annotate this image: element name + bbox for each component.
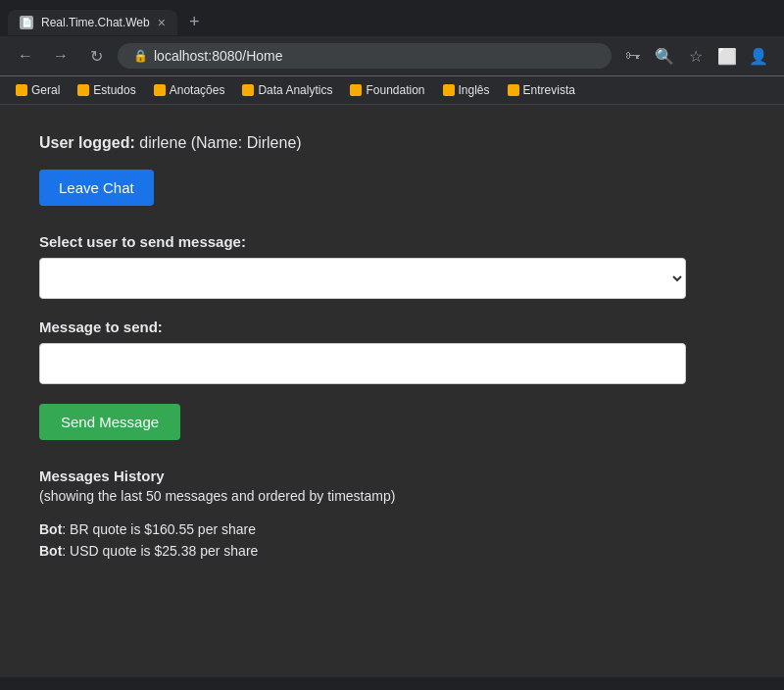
bookmark-label: Anotações <box>170 83 225 97</box>
send-message-button[interactable]: Send Message <box>39 404 180 440</box>
bookmark-folder-icon <box>443 84 455 96</box>
message-colon-1: : <box>62 521 70 537</box>
bookmark-label: Foundation <box>366 83 424 97</box>
bookmark-folder-icon <box>350 84 362 96</box>
tab-bar: 📄 Real.Time.Chat.Web × + <box>0 0 784 36</box>
refresh-button[interactable]: ↻ <box>82 42 110 70</box>
message-input[interactable] <box>39 343 686 384</box>
lock-icon: 🔒 <box>133 49 148 63</box>
leave-chat-button[interactable]: Leave Chat <box>39 170 154 206</box>
message-colon-2: : <box>62 543 70 559</box>
active-tab[interactable]: 📄 Real.Time.Chat.Web × <box>8 10 177 35</box>
bookmark-folder-icon <box>154 84 166 96</box>
bookmark-foundation[interactable]: Foundation <box>342 80 432 100</box>
star-icon[interactable]: ☆ <box>682 42 710 70</box>
bookmark-ingles[interactable]: Inglês <box>435 80 498 100</box>
bookmark-anotacoes[interactable]: Anotações <box>146 80 233 100</box>
bookmark-entrevista[interactable]: Entrevista <box>500 80 583 100</box>
bookmark-folder-icon <box>16 84 27 96</box>
user-logged-label: User logged: <box>39 134 135 151</box>
select-user-dropdown[interactable] <box>39 258 686 299</box>
key-icon[interactable]: 🗝 <box>619 42 647 70</box>
browser-chrome: 📄 Real.Time.Chat.Web × + ← → ↻ 🔒 🗝 🔍 ☆ ⬜… <box>0 0 784 105</box>
tab-overview-icon[interactable]: ⬜ <box>713 42 741 70</box>
new-tab-button[interactable]: + <box>181 8 208 36</box>
search-icon[interactable]: 🔍 <box>651 42 678 70</box>
bookmark-label: Entrevista <box>523 83 575 97</box>
bookmark-folder-icon <box>508 84 519 96</box>
forward-button[interactable]: → <box>47 42 74 70</box>
bookmark-data-analytics[interactable]: Data Analytics <box>234 80 340 100</box>
tab-favicon: 📄 <box>20 16 33 29</box>
bookmark-label: Inglês <box>459 83 490 97</box>
user-logged-value: dirlene (Name: Dirlene) <box>139 134 301 151</box>
address-bar: ← → ↻ 🔒 🗝 🔍 ☆ ⬜ 👤 <box>0 36 784 76</box>
page-content: User logged: dirlene (Name: Dirlene) Lea… <box>0 105 784 677</box>
tab-title: Real.Time.Chat.Web <box>41 16 150 29</box>
select-user-label: Select user to send message: <box>39 233 745 250</box>
message-entry-1: Bot: BR quote is $160.55 per share <box>39 521 745 537</box>
bookmark-label: Geral <box>31 83 60 97</box>
message-sender-2: Bot <box>39 543 62 559</box>
messages-history-title: Messages History <box>39 468 745 484</box>
bookmark-label: Estudos <box>93 83 135 97</box>
toolbar-icons: 🗝 🔍 ☆ ⬜ 👤 <box>619 42 772 70</box>
bookmarks-bar: Geral Estudos Anotações Data Analytics F… <box>0 76 784 105</box>
bookmark-geral[interactable]: Geral <box>8 80 68 100</box>
bookmark-folder-icon <box>77 84 89 96</box>
tab-close-icon[interactable]: × <box>158 16 166 29</box>
bookmark-label: Data Analytics <box>258 83 332 97</box>
messages-history-subtitle: (showing the last 50 messages and ordere… <box>39 488 745 504</box>
message-text-1: BR quote is $160.55 per share <box>70 521 256 537</box>
url-bar-container[interactable]: 🔒 <box>118 43 612 69</box>
message-label: Message to send: <box>39 319 745 335</box>
profile-icon[interactable]: 👤 <box>745 42 772 70</box>
url-input[interactable] <box>154 48 596 64</box>
message-text-2: USD quote is $25.38 per share <box>70 543 258 559</box>
message-entry-2: Bot: USD quote is $25.38 per share <box>39 543 745 559</box>
user-info: User logged: dirlene (Name: Dirlene) <box>39 134 745 152</box>
back-button[interactable]: ← <box>12 42 39 70</box>
message-sender-1: Bot <box>39 521 62 537</box>
bookmark-estudos[interactable]: Estudos <box>70 80 143 100</box>
bookmark-folder-icon <box>242 84 254 96</box>
